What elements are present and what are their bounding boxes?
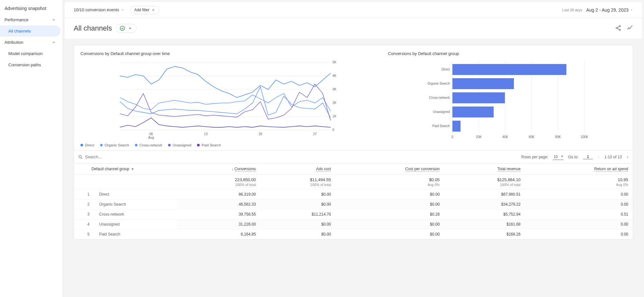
legend-label: Cross-network bbox=[139, 143, 162, 147]
add-filter-label: Add filter bbox=[134, 8, 149, 12]
svg-text:Unassigned: Unassigned bbox=[433, 110, 450, 114]
totals-cell: $125,864.10100% of total bbox=[444, 175, 525, 190]
series-line-cross-network[interactable] bbox=[120, 87, 331, 118]
add-filter-button[interactable]: Add filter bbox=[130, 6, 159, 14]
table-cell: $0.28 bbox=[336, 209, 444, 219]
table-cell: $168.26 bbox=[444, 229, 525, 239]
legend-item[interactable]: Direct bbox=[80, 143, 94, 147]
rows-per-page-label: Rows per page: bbox=[521, 155, 548, 159]
table-cell: $0.00 bbox=[260, 200, 336, 209]
row-name[interactable]: Direct bbox=[99, 192, 109, 197]
line-chart[interactable]: 01K2K3K4K5K06Aug132027 bbox=[80, 59, 378, 140]
check-circle-icon bbox=[119, 25, 125, 31]
bar-chart[interactable]: 020K40K60K80K100KDirectOrganic SearchCro… bbox=[388, 59, 626, 140]
table-cell: 0.00 bbox=[525, 229, 633, 239]
dimension-picker[interactable]: Default channel group ▾ bbox=[79, 167, 173, 171]
col-roas[interactable]: Return on ad spend bbox=[525, 163, 633, 175]
svg-text:Cross-network: Cross-network bbox=[429, 96, 450, 99]
svg-text:2K: 2K bbox=[333, 101, 337, 105]
bar-cross-network[interactable] bbox=[452, 92, 505, 103]
page-prev-button[interactable]: ‹ bbox=[597, 155, 600, 159]
bar-direct[interactable] bbox=[452, 64, 566, 75]
insights-button[interactable] bbox=[627, 25, 633, 32]
totals-cell: 223,850.00100% of total bbox=[177, 175, 260, 190]
table-cell: $161.68 bbox=[444, 219, 525, 229]
caret-down-icon bbox=[127, 25, 133, 31]
chevron-up-icon bbox=[52, 40, 56, 45]
data-table: Default channel group ▾ ↓Conversions Ads… bbox=[74, 163, 633, 239]
table-row[interactable]: 1Direct86,319.00$0.00$0.00$67,980.510.00 bbox=[74, 190, 633, 200]
date-range-picker[interactable]: Aug 2 - Aug 29, 2023 bbox=[586, 7, 633, 13]
svg-text:Aug: Aug bbox=[148, 136, 154, 139]
series-line-paid-search[interactable] bbox=[120, 118, 331, 127]
table-cell: 0.00 bbox=[525, 219, 633, 229]
page-next-button[interactable]: › bbox=[626, 155, 629, 159]
goto-label: Go to: bbox=[568, 155, 579, 159]
table-cell: $5,752.94 bbox=[444, 209, 525, 219]
table-cell: $0.00 bbox=[336, 219, 444, 229]
segment-picker[interactable] bbox=[116, 24, 137, 33]
svg-text:80K: 80K bbox=[555, 135, 561, 139]
conversion-events-label: 10/10 conversion events bbox=[74, 7, 119, 12]
bar-organic-search[interactable] bbox=[452, 78, 514, 89]
table-row[interactable]: 4Unassigned31,226.00$0.00$0.00$161.680.0… bbox=[74, 219, 633, 229]
table-card: Rows per page: 10 Go to: ‹ 1-10 of 13 › bbox=[74, 151, 633, 240]
table-cell: $0.00 bbox=[260, 190, 336, 200]
legend-item[interactable]: Cross-network bbox=[135, 143, 162, 147]
table-cell: $0.00 bbox=[336, 200, 444, 209]
sidebar-section-performance[interactable]: Performance bbox=[0, 14, 61, 25]
svg-text:13: 13 bbox=[204, 132, 208, 136]
legend-item[interactable]: Organic Search bbox=[100, 143, 129, 147]
svg-text:Organic Search: Organic Search bbox=[428, 82, 450, 85]
sidebar-section-attribution[interactable]: Attribution bbox=[0, 37, 61, 48]
charts-card: Conversions by Default channel group ove… bbox=[74, 45, 633, 151]
table-row[interactable]: 2Organic Search46,562.33$0.00$0.00$34,27… bbox=[74, 200, 633, 209]
svg-text:06: 06 bbox=[149, 132, 153, 136]
row-name[interactable]: Unassigned bbox=[99, 222, 119, 227]
totals-cell: $11,494.55100% of total bbox=[260, 175, 336, 190]
sidebar-item-conversion-paths[interactable]: Conversion paths bbox=[0, 59, 61, 70]
bar-chart-title: Conversions by Default channel group bbox=[388, 51, 626, 56]
dimension-label: Default channel group bbox=[91, 167, 129, 171]
col-total-revenue[interactable]: Total revenue bbox=[444, 163, 525, 175]
row-name[interactable]: Paid Search bbox=[99, 232, 120, 237]
legend-label: Organic Search bbox=[105, 143, 129, 147]
table-search-input[interactable] bbox=[85, 154, 149, 159]
legend-item[interactable]: Unassigned bbox=[168, 143, 191, 147]
table-cell: $0.00 bbox=[336, 229, 444, 239]
row-name[interactable]: Organic Search bbox=[99, 202, 126, 207]
col-cost-per-conversion[interactable]: Cost per conversion bbox=[336, 163, 444, 175]
svg-text:4K: 4K bbox=[333, 74, 337, 78]
bar-unassigned[interactable] bbox=[452, 107, 494, 117]
series-line-organic-search[interactable] bbox=[120, 94, 331, 111]
bar-paid-search[interactable] bbox=[452, 121, 460, 132]
table-cell: 0.51 bbox=[525, 209, 633, 219]
topbar: 10/10 conversion events Add filter Last … bbox=[65, 2, 642, 18]
conversion-events-dropdown[interactable]: 10/10 conversion events bbox=[74, 7, 124, 12]
legend-label: Unassigned bbox=[173, 143, 191, 147]
svg-text:3K: 3K bbox=[333, 88, 337, 91]
line-chart-block: Conversions by Default channel group ove… bbox=[80, 51, 378, 147]
table-row[interactable]: 5Paid Search6,164.85$0.00$0.00$168.260.0… bbox=[74, 229, 633, 239]
sidebar-item-label: Model comparison bbox=[8, 51, 43, 56]
caret-down-icon: ▾ bbox=[132, 167, 134, 171]
row-name[interactable]: Cross-network bbox=[99, 212, 124, 217]
sidebar-section-label: Performance bbox=[5, 17, 28, 22]
sidebar-item-model-comparison[interactable]: Model comparison bbox=[0, 48, 61, 59]
legend-item[interactable]: Paid Search bbox=[197, 143, 221, 147]
col-conversions[interactable]: ↓Conversions bbox=[177, 163, 260, 175]
bar-chart-block: Conversions by Default channel group 020… bbox=[388, 51, 626, 147]
goto-input[interactable] bbox=[583, 154, 593, 159]
table-cell: 6,164.85 bbox=[177, 229, 260, 239]
plus-icon bbox=[151, 8, 155, 12]
table-cell: $67,980.51 bbox=[444, 190, 525, 200]
table-cell: 86,319.00 bbox=[177, 190, 260, 200]
table-row[interactable]: 3Cross-network39,758.55$11,214.70$0.28$5… bbox=[74, 209, 633, 219]
line-chart-title: Conversions by Default channel group ove… bbox=[80, 51, 378, 56]
share-button[interactable] bbox=[615, 25, 621, 32]
col-ads-cost[interactable]: Ads cost bbox=[260, 163, 336, 175]
table-cell: $0.00 bbox=[260, 219, 336, 229]
sidebar-title[interactable]: Advertising snapshot bbox=[0, 3, 62, 14]
sidebar-item-all-channels[interactable]: All channels bbox=[0, 25, 61, 37]
rows-per-page-select[interactable]: 10 bbox=[553, 154, 564, 160]
